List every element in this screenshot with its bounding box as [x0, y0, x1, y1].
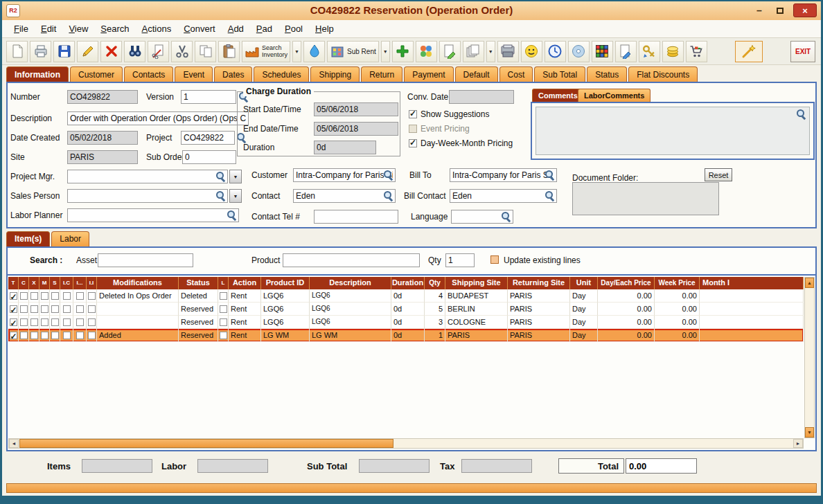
tab-payment[interactable]: Payment [404, 66, 453, 83]
purchase-button[interactable] [686, 41, 707, 62]
tab-shipping[interactable]: Shipping [310, 66, 360, 83]
contact-lookup-icon[interactable] [383, 190, 393, 201]
menu-actions[interactable]: Actions [136, 21, 178, 36]
project-mgr-dropdown[interactable] [229, 170, 242, 183]
row-c-checkbox[interactable] [20, 305, 28, 313]
edit-notes-button[interactable] [615, 41, 637, 62]
tab-dates[interactable]: Dates [214, 66, 252, 83]
new-document-button[interactable] [6, 41, 28, 62]
project-mgr-field[interactable] [67, 170, 228, 183]
menu-add[interactable]: Add [222, 21, 250, 36]
row-t-checkbox[interactable] [10, 292, 17, 300]
tab-information[interactable]: Information [6, 66, 69, 83]
row-t-checkbox[interactable] [10, 305, 17, 313]
description-field[interactable] [67, 111, 249, 125]
col-returning-site[interactable]: Returning Site [508, 277, 570, 289]
show-suggestions-checkbox[interactable]: Show Suggestions [409, 109, 489, 119]
table-row[interactable]: Reserved Rent LGQ6 LGQ6 0d 3 COLOGNE PAR… [8, 316, 804, 329]
table-row[interactable]: Deleted In Ops Order Deleted Rent LGQ6 L… [8, 289, 804, 303]
sales-person-lookup-icon[interactable] [215, 190, 226, 201]
cut-button[interactable] [171, 41, 193, 62]
row-i2-checkbox[interactable] [76, 305, 84, 313]
row-x-checkbox[interactable] [30, 305, 38, 313]
col-modifications[interactable]: Modifications [97, 277, 179, 289]
minimize-button[interactable] [752, 4, 767, 17]
labor-total-field[interactable] [197, 459, 268, 473]
row-l-checkbox[interactable] [220, 305, 227, 313]
bill-to-lookup-icon[interactable] [545, 170, 555, 180]
drop-ship-button[interactable] [303, 41, 325, 62]
row-s-checkbox[interactable] [51, 318, 59, 326]
product-input[interactable] [283, 253, 420, 267]
row-m-checkbox[interactable] [41, 332, 48, 339]
row-ic-checkbox[interactable] [63, 305, 71, 313]
asset-input[interactable] [98, 253, 193, 267]
number-field[interactable] [67, 90, 138, 104]
bottom-scrollbar[interactable] [6, 483, 817, 493]
vertical-scrollbar[interactable] [804, 277, 815, 438]
tab-customer[interactable]: Customer [70, 66, 123, 83]
row-l-checkbox[interactable] [220, 332, 227, 339]
table-row-selected[interactable]: Added Reserved Rent LG WM LG WM 0d 1 PAR… [8, 329, 804, 342]
find-button[interactable] [124, 41, 145, 62]
labor-planner-lookup-icon[interactable] [227, 210, 237, 220]
end-date-field[interactable] [314, 122, 398, 136]
col-week-price[interactable]: Week Price [655, 277, 700, 289]
menu-search[interactable]: Search [94, 21, 135, 36]
tab-sub-total[interactable]: Sub Total [534, 66, 585, 83]
search-inventory-dropdown[interactable] [292, 41, 301, 62]
disc-button[interactable] [568, 41, 590, 62]
tab-comments[interactable]: Comments [532, 89, 584, 102]
table-row[interactable]: Reserved Rent LGQ6 LGQ6 0d 5 BERLIN PARI… [8, 303, 804, 316]
site-field[interactable] [67, 150, 138, 164]
event-pricing-box[interactable] [409, 125, 417, 133]
sub-rent-dropdown[interactable] [381, 41, 390, 62]
show-suggestions-box[interactable] [409, 110, 417, 118]
document-folder-box[interactable] [572, 182, 719, 215]
row-c-checkbox[interactable] [20, 292, 28, 300]
tab-contacts[interactable]: Contacts [124, 66, 173, 83]
customer-field[interactable] [293, 168, 396, 182]
search-inventory-button[interactable]: SearchInventory [242, 41, 290, 62]
row-i2-checkbox[interactable] [76, 332, 84, 339]
wand-button[interactable] [735, 41, 763, 62]
event-pricing-checkbox[interactable]: Event Pricing [409, 124, 470, 134]
bill-contact-lookup-icon[interactable] [545, 190, 555, 201]
row-l-checkbox[interactable] [220, 292, 227, 300]
sales-person-dropdown[interactable] [229, 189, 242, 203]
print-setup-button[interactable] [497, 41, 519, 62]
tab-event[interactable]: Event [175, 66, 213, 83]
scroll-right-arrow[interactable] [793, 439, 803, 448]
cut-document-button[interactable] [148, 41, 169, 62]
availability-button[interactable] [592, 41, 613, 62]
row-x-checkbox[interactable] [30, 292, 38, 300]
start-date-field[interactable] [314, 102, 398, 116]
row-m-checkbox[interactable] [41, 318, 48, 326]
edit-button[interactable] [77, 41, 98, 62]
tab-schedules[interactable]: Schedules [254, 66, 309, 83]
row-ic-checkbox[interactable] [63, 292, 71, 300]
row-s-checkbox[interactable] [51, 292, 59, 300]
save-button[interactable] [53, 41, 75, 62]
project-field[interactable] [181, 131, 235, 145]
col-status[interactable]: Status [179, 277, 218, 289]
row-m-checkbox[interactable] [41, 292, 48, 300]
schedule-button[interactable] [545, 41, 566, 62]
scroll-left-arrow[interactable] [9, 439, 19, 448]
col-shipping-site[interactable]: Shipping Site [445, 277, 508, 289]
delete-button[interactable] [100, 41, 122, 62]
tab-cost[interactable]: Cost [499, 66, 533, 83]
project-mgr-lookup-icon[interactable] [215, 171, 226, 181]
paste-button[interactable] [218, 41, 240, 62]
close-button[interactable] [793, 3, 817, 17]
col-t[interactable]: T [8, 277, 19, 289]
row-l-checkbox[interactable] [220, 318, 227, 326]
documents-dropdown[interactable] [486, 41, 495, 62]
row-s-checkbox[interactable] [51, 332, 59, 339]
col-ic[interactable]: I.C [60, 277, 73, 289]
copy-button[interactable] [195, 41, 216, 62]
contact-field[interactable] [293, 189, 396, 203]
total-field[interactable] [626, 458, 697, 474]
bill-contact-field[interactable] [450, 189, 557, 203]
menu-convert[interactable]: Convert [177, 21, 222, 36]
